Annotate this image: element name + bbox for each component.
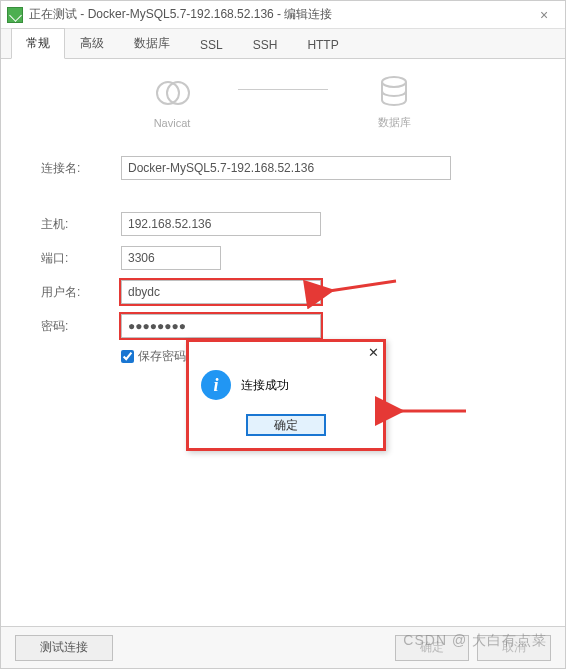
tab-ssl[interactable]: SSL: [185, 31, 238, 58]
info-icon: i: [201, 370, 231, 400]
port-input[interactable]: [121, 246, 221, 270]
navicat-node: Navicat: [112, 75, 232, 129]
tab-advanced[interactable]: 高级: [65, 28, 119, 58]
result-dialog: ✕ i 连接成功 确定: [186, 339, 386, 451]
watermark: CSDN @ 大白有点菜: [403, 632, 547, 650]
tab-http[interactable]: HTTP: [292, 31, 353, 58]
user-input[interactable]: [121, 280, 321, 304]
tab-bar: 常规 高级 数据库 SSL SSH HTTP: [1, 29, 565, 59]
database-node: 数据库: [334, 73, 454, 130]
dialog-close-icon[interactable]: ✕: [368, 345, 379, 360]
tab-ssh[interactable]: SSH: [238, 31, 293, 58]
svg-point-2: [382, 77, 406, 87]
host-label: 主机:: [41, 216, 121, 233]
titlebar: 正在测试 - Docker-MySQL5.7-192.168.52.136 - …: [1, 1, 565, 29]
pass-label: 密码:: [41, 318, 121, 335]
app-icon: [7, 7, 23, 23]
save-password-label: 保存密码: [138, 348, 186, 365]
database-icon: [376, 73, 412, 109]
form: 连接名: 主机: 端口: 用户名: 密码: 保存密码: [1, 138, 565, 373]
annotation-arrow-2: [391, 401, 471, 424]
conn-name-input[interactable]: [121, 156, 451, 180]
host-input[interactable]: [121, 212, 321, 236]
tab-general[interactable]: 常规: [11, 28, 65, 59]
tab-database[interactable]: 数据库: [119, 28, 185, 58]
port-label: 端口:: [41, 250, 121, 267]
connection-line: [238, 89, 328, 90]
dialog-header: ✕: [187, 340, 385, 364]
dialog-ok-button[interactable]: 确定: [246, 414, 326, 436]
conn-name-label: 连接名:: [41, 160, 121, 177]
save-password-checkbox[interactable]: [121, 350, 134, 363]
pass-input[interactable]: [121, 314, 321, 338]
dialog-message: 连接成功: [241, 377, 289, 394]
navicat-label: Navicat: [154, 117, 191, 129]
close-icon[interactable]: ×: [529, 7, 559, 23]
user-label: 用户名:: [41, 284, 121, 301]
navicat-icon: [154, 75, 190, 111]
database-label: 数据库: [378, 115, 411, 130]
connection-diagram: Navicat 数据库: [1, 59, 565, 138]
test-connection-button[interactable]: 测试连接: [15, 635, 113, 661]
window-title: 正在测试 - Docker-MySQL5.7-192.168.52.136 - …: [29, 6, 529, 23]
